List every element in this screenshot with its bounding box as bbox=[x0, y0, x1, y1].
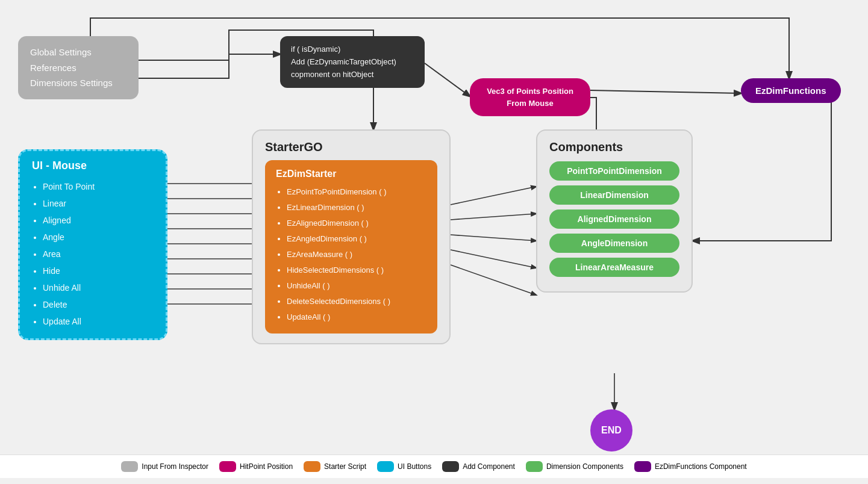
ezdim-functions-node: EzDimFunctions bbox=[741, 78, 841, 103]
legend-item-hitpoint: HitPoint Position bbox=[219, 461, 293, 472]
list-item: Aligned bbox=[43, 212, 154, 229]
method-item: DeleteSelectedDimensions ( ) bbox=[287, 294, 426, 309]
if-dynamic-line2: Add (EzDynamicTargetObject) bbox=[291, 56, 414, 69]
if-dynamic-line3: copmonent on hitObject bbox=[291, 69, 414, 81]
components-title: Components bbox=[549, 140, 679, 154]
svg-line-9 bbox=[451, 187, 536, 205]
starter-go-title: StarterGO bbox=[265, 140, 437, 154]
method-item: EzPointToPointDimension ( ) bbox=[287, 184, 426, 200]
end-label: END bbox=[601, 425, 622, 436]
legend-item-starter: Starter Script bbox=[304, 461, 366, 472]
starter-go-node: StarterGO EzDimStarter EzPointToPointDim… bbox=[252, 129, 451, 344]
component-btn-3: AngleDimension bbox=[549, 234, 679, 253]
ezdim-starter-title: EzDimStarter bbox=[276, 169, 426, 179]
list-item: Delete bbox=[43, 296, 154, 313]
svg-line-13 bbox=[451, 265, 536, 295]
method-item: HideSelectedDimensions ( ) bbox=[287, 262, 426, 278]
legend-color-starter bbox=[304, 461, 320, 472]
list-item: Area bbox=[43, 246, 154, 262]
list-item: Unhide All bbox=[43, 279, 154, 296]
components-node: Components PointToPointDimension LinearD… bbox=[536, 129, 693, 293]
list-item: Update All bbox=[43, 313, 154, 330]
legend: Input From Inspector HitPoint Position S… bbox=[0, 455, 868, 478]
diagram-container: Global Settings References Dimensions Se… bbox=[0, 0, 868, 484]
svg-line-10 bbox=[451, 214, 536, 220]
svg-line-12 bbox=[451, 250, 536, 268]
end-node: END bbox=[590, 409, 632, 451]
legend-item-ui: UI Buttons bbox=[377, 461, 431, 472]
ezdim-functions-label: EzDimFunctions bbox=[755, 85, 826, 96]
ui-mouse-title: UI - Mouse bbox=[32, 160, 154, 172]
legend-label-starter: Starter Script bbox=[324, 462, 366, 471]
legend-label-addcomp: Add Component bbox=[463, 462, 515, 471]
if-dynamic-line1: if ( isDynamic) bbox=[291, 43, 414, 56]
legend-item-inspector: Input From Inspector bbox=[121, 461, 208, 472]
legend-label-ui: UI Buttons bbox=[398, 462, 431, 471]
legend-color-inspector bbox=[121, 461, 138, 472]
legend-item-addcomp: Add Component bbox=[442, 461, 515, 472]
legend-color-dimcomp bbox=[526, 461, 543, 472]
legend-color-hitpoint bbox=[219, 461, 236, 472]
ezdim-starter-methods: EzPointToPointDimension ( ) EzLinearDime… bbox=[276, 184, 426, 325]
component-btn-4: LinearAreaMeasure bbox=[549, 258, 679, 277]
list-item: Hide bbox=[43, 262, 154, 279]
legend-color-addcomp bbox=[442, 461, 459, 472]
list-item: Linear bbox=[43, 195, 154, 212]
global-settings-line2: References bbox=[30, 60, 126, 76]
method-item: UpdateAll ( ) bbox=[287, 309, 426, 325]
legend-item-ezdim: EzDimFunctions Component bbox=[634, 461, 747, 472]
method-item: UnhideAll ( ) bbox=[287, 278, 426, 294]
component-btn-0: PointToPointDimension bbox=[549, 161, 679, 181]
method-item: EzAreaMeasure ( ) bbox=[287, 247, 426, 262]
ui-mouse-list: Point To Point Linear Aligned Angle Area… bbox=[32, 178, 154, 330]
global-settings-line1: Global Settings bbox=[30, 45, 126, 60]
vec3-text: Vec3 of Points Position From Mouse bbox=[481, 85, 579, 109]
ui-mouse-node: UI - Mouse Point To Point Linear Aligned… bbox=[18, 149, 167, 340]
if-dynamic-node: if ( isDynamic) Add (EzDynamicTargetObje… bbox=[280, 36, 425, 88]
global-settings-node: Global Settings References Dimensions Se… bbox=[18, 36, 139, 99]
legend-label-ezdim: EzDimFunctions Component bbox=[655, 462, 747, 471]
legend-label-hitpoint: HitPoint Position bbox=[240, 462, 293, 471]
list-item: Point To Point bbox=[43, 178, 154, 195]
legend-label-inspector: Input From Inspector bbox=[142, 462, 208, 471]
svg-line-11 bbox=[451, 235, 536, 241]
vec3-node: Vec3 of Points Position From Mouse bbox=[470, 78, 590, 116]
global-settings-line3: Dimensions Settings bbox=[30, 75, 126, 91]
component-btn-1: LinearDimension bbox=[549, 185, 679, 205]
legend-item-dimcomp: Dimension Components bbox=[526, 461, 623, 472]
component-btn-2: AlignedDimension bbox=[549, 209, 679, 229]
method-item: EzAngledDimension ( ) bbox=[287, 231, 426, 247]
legend-label-dimcomp: Dimension Components bbox=[546, 462, 623, 471]
ezdim-starter-inner: EzDimStarter EzPointToPointDimension ( )… bbox=[265, 160, 437, 334]
method-item: EzLinearDimension ( ) bbox=[287, 200, 426, 216]
method-item: EzAlignedDimension ( ) bbox=[287, 216, 426, 231]
legend-color-ui bbox=[377, 461, 394, 472]
legend-color-ezdim bbox=[634, 461, 651, 472]
list-item: Angle bbox=[43, 229, 154, 246]
